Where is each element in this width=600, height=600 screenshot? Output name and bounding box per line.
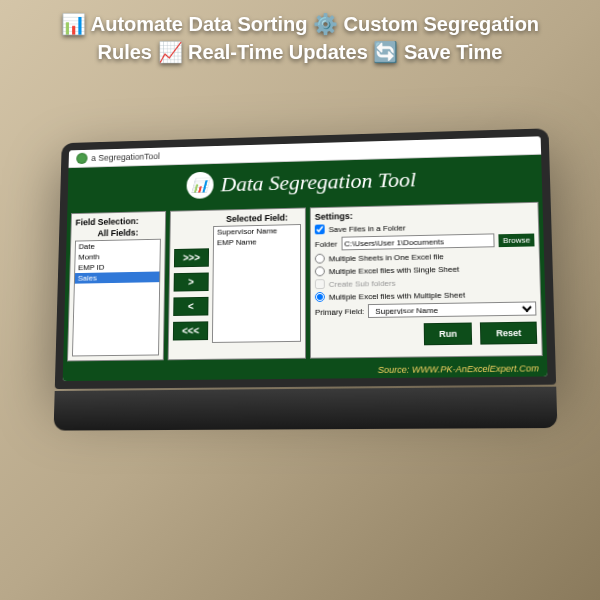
- all-fields-label: All Fields:: [75, 227, 161, 238]
- option-multi-sheets-label: Multiple Sheets in One Excel file: [329, 252, 444, 263]
- selected-fields-listbox[interactable]: Supervisor Name EMP Name: [212, 224, 301, 343]
- field-selection-panel: Field Selection: All Fields: Date Month …: [67, 211, 166, 362]
- remove-button[interactable]: <: [173, 297, 208, 316]
- save-folder-checkbox[interactable]: [315, 224, 325, 234]
- reset-button[interactable]: Reset: [480, 322, 537, 345]
- create-subfolders-label: Create Sub folders: [329, 278, 396, 288]
- add-button[interactable]: >: [174, 272, 209, 291]
- logo-icon: 📊: [186, 172, 213, 199]
- create-subfolders-checkbox: [315, 279, 325, 289]
- option-multi-files-multi-radio[interactable]: [315, 292, 325, 302]
- all-fields-listbox[interactable]: Date Month EMP ID Sales: [72, 239, 161, 357]
- remove-all-button[interactable]: <<<: [173, 321, 208, 340]
- option-multi-files-multi-label: Multiple Excel files with Multiple Sheet: [329, 290, 465, 301]
- primary-field-dropdown[interactable]: Supervisor Name: [368, 301, 536, 318]
- laptop-keyboard: [54, 387, 558, 431]
- save-folder-label: Save Files in a Folder: [329, 223, 406, 234]
- add-all-button[interactable]: >>>: [174, 248, 209, 267]
- option-multi-files-single-radio[interactable]: [315, 266, 325, 276]
- folder-path-input[interactable]: [341, 233, 495, 250]
- selected-field-label: Selected Field:: [213, 212, 301, 224]
- window-title: a SegregationTool: [91, 151, 160, 162]
- run-button[interactable]: Run: [424, 323, 473, 346]
- transfer-panel: >>> > < <<< Selected Field: Supervisor N…: [168, 207, 306, 360]
- field-selection-label: Field Selection:: [75, 216, 161, 228]
- list-item[interactable]: Sales: [75, 271, 160, 283]
- app-icon: [76, 153, 88, 165]
- option-multi-files-single-label: Multiple Excel files with Single Sheet: [329, 264, 460, 275]
- laptop-frame: a SegregationTool 📊 Data Segregation Too…: [51, 128, 560, 513]
- list-item[interactable]: EMP Name: [214, 236, 300, 249]
- marketing-overlay: 📊 Automate Data Sorting ⚙️ Custom Segreg…: [0, 10, 600, 66]
- primary-field-label: Primary Field:: [315, 307, 364, 317]
- browse-button[interactable]: Browse: [499, 233, 535, 247]
- folder-label: Folder: [315, 239, 337, 248]
- settings-panel: Settings: Save Files in a Folder Folder …: [310, 202, 543, 359]
- option-multi-sheets-radio[interactable]: [315, 254, 325, 264]
- app-title: Data Segregation Tool: [221, 167, 416, 197]
